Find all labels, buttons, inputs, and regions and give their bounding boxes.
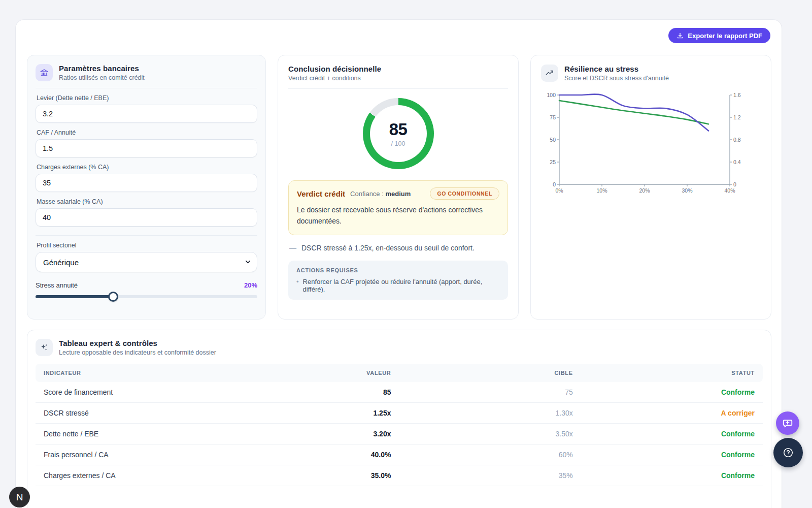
table-cell: Frais personnel / CA <box>36 444 356 465</box>
table-subtitle: Lecture opposable des indicateurs et con… <box>59 349 216 356</box>
panel-title: Conclusion décisionnelle <box>288 65 381 73</box>
verdict-status-badge: GO CONDITIONNEL <box>430 187 499 200</box>
table-row: DSCR stressé1.25x1.30xA corriger <box>36 403 763 424</box>
y-tick-label: 1.6 <box>733 92 741 98</box>
table-cell: 1.25x <box>356 403 399 424</box>
verdict-box: Verdict crédit Confiance : medium GO CON… <box>288 180 508 235</box>
brand-logo[interactable]: N <box>9 487 30 507</box>
verdict-message: Le dossier est recevable sous réserve d'… <box>297 204 495 227</box>
table-row: Charges externes / CA35.0%35%Conforme <box>36 465 763 486</box>
levier-input[interactable] <box>36 105 257 123</box>
y-tick-label: 1.2 <box>733 114 741 120</box>
field-label-charges: Charges externes (% CA) <box>37 164 256 171</box>
download-icon <box>676 32 684 39</box>
table-cell: DSCR stressé <box>36 403 356 424</box>
panel-title: Résilience au stress <box>564 65 669 73</box>
field-label-masse: Masse salariale (% CA) <box>37 198 256 205</box>
slider-thumb[interactable] <box>108 292 118 302</box>
y-tick-label: 0.8 <box>733 137 741 143</box>
field-label-profil: Profil sectoriel <box>37 242 256 249</box>
brand-letter: N <box>16 492 23 503</box>
x-tick-label: 10% <box>596 187 607 194</box>
verdict-title: Verdict crédit <box>297 189 345 198</box>
bullet: • <box>296 278 299 293</box>
x-tick-label: 30% <box>682 187 692 194</box>
indicators-table: INDICATEURVALEURCIBLESTATUT Score de fin… <box>36 364 763 486</box>
table-cell: 1.30x <box>399 403 581 424</box>
table-cell: 35.0% <box>356 465 399 486</box>
field-label-caf: CAF / Annuité <box>37 129 256 136</box>
trending-up-icon <box>541 65 558 82</box>
sparkles-icon <box>36 339 53 356</box>
slider-fill <box>36 295 113 298</box>
y-tick-label: 0 <box>733 181 736 187</box>
divider <box>288 88 508 89</box>
question-circle-icon <box>783 447 794 458</box>
actions-title: ACTIONS REQUISES <box>296 267 500 273</box>
resilience-chart: 025507510000.40.81.21.60%10%20%30%40% <box>541 89 761 201</box>
table-cell: 75 <box>399 382 581 403</box>
stress-slider-label: Stress annuité <box>36 281 78 289</box>
table-cell: Conforme <box>581 465 763 486</box>
chat-plus-icon <box>782 418 793 429</box>
table-cell: Charges externes / CA <box>36 465 356 486</box>
help-fab[interactable] <box>773 438 803 467</box>
table-cell: 60% <box>399 444 581 465</box>
toolbar: Exporter le rapport PDF <box>668 28 770 43</box>
feedback-fab[interactable] <box>776 411 799 435</box>
action-text: Renforcer la CAF projetée ou réduire l'a… <box>303 278 500 293</box>
note-dash: — <box>289 244 296 252</box>
table-row: Dette nette / EBE3.20x3.50xConforme <box>36 424 763 444</box>
table-cell: 85 <box>356 382 399 403</box>
gauge-denominator: / 100 <box>391 140 405 147</box>
table-row: Score de financement8575Conforme <box>36 382 763 403</box>
column-header: INDICATEUR <box>36 364 356 382</box>
bank-icon <box>36 64 53 81</box>
stress-annuite-slider[interactable] <box>36 295 257 298</box>
table-cell: 3.50x <box>399 424 581 444</box>
table-cell: Conforme <box>581 382 763 403</box>
table-title: Tableau expert & contrôles <box>59 339 216 347</box>
y-tick-label: 50 <box>550 137 556 143</box>
table-cell: 3.20x <box>356 424 399 444</box>
table-cell: Conforme <box>581 424 763 444</box>
charges-externes-input[interactable] <box>36 174 257 192</box>
table-cell: Dette nette / EBE <box>36 424 356 444</box>
report-card: Exporter le rapport PDF Paramètres banca… <box>15 19 782 508</box>
table-cell: A corriger <box>581 403 763 424</box>
divider <box>36 88 257 88</box>
verdict-confidence: Confiance : medium <box>350 190 411 198</box>
y-tick-label: 100 <box>547 92 556 98</box>
note-text: DSCR stressé à 1.25x, en-dessous du seui… <box>301 244 475 252</box>
export-pdf-label: Exporter le rapport PDF <box>688 32 762 40</box>
stress-slider-value: 20% <box>244 281 257 289</box>
dscr-note: — DSCR stressé à 1.25x, en-dessous du se… <box>289 244 507 252</box>
x-tick-label: 40% <box>724 187 735 194</box>
masse-salariale-input[interactable] <box>36 208 257 227</box>
column-header: CIBLE <box>399 364 581 382</box>
panel-subtitle: Ratios utilisés en comité crédit <box>59 74 145 81</box>
gauge-score: 85 <box>389 120 408 139</box>
table-cell: Conforme <box>581 444 763 465</box>
caf-annuite-input[interactable] <box>36 139 257 157</box>
export-pdf-button[interactable]: Exporter le rapport PDF <box>668 28 770 43</box>
score-gauge: 85 / 100 <box>363 98 434 169</box>
action-item: • Renforcer la CAF projetée ou réduire l… <box>296 278 500 293</box>
table-header-row: INDICATEURVALEURCIBLESTATUT <box>36 364 763 382</box>
column-header: STATUT <box>581 364 763 382</box>
y-tick-label: 75 <box>550 114 556 120</box>
y-tick-label: 0 <box>553 181 556 187</box>
y-tick-label: 0.4 <box>733 159 741 165</box>
column-header: VALEUR <box>356 364 399 382</box>
x-tick-label: 20% <box>639 187 650 194</box>
panel-subtitle: Verdict crédit + conditions <box>288 75 381 82</box>
y-tick-label: 25 <box>550 159 556 165</box>
sector-profile-select[interactable]: Générique <box>36 252 257 272</box>
expert-table-card: Tableau expert & contrôles Lecture oppos… <box>27 330 771 508</box>
divider <box>36 235 257 236</box>
table-row: Frais personnel / CA40.0%60%Conforme <box>36 444 763 465</box>
panel-resilience: Résilience au stress Score et DSCR sous … <box>530 55 771 320</box>
actions-box: ACTIONS REQUISES • Renforcer la CAF proj… <box>288 261 508 300</box>
field-label-levier: Levier (Dette nette / EBE) <box>37 94 256 102</box>
series-dscr <box>559 101 708 124</box>
